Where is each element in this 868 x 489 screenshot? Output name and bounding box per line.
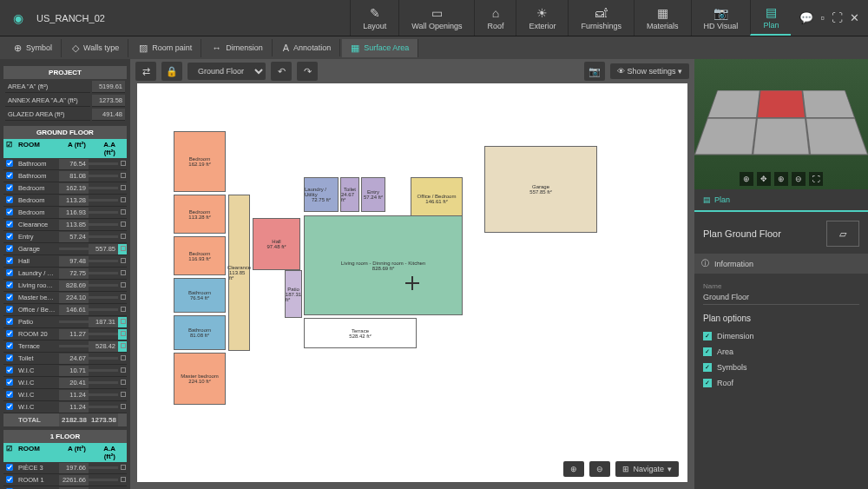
floorplan-room[interactable]: Bedroom162.19 ft² bbox=[174, 131, 226, 192]
floorplan-room[interactable]: Terrace528.42 ft² bbox=[304, 318, 417, 348]
room-checkbox[interactable] bbox=[6, 354, 13, 361]
redo-icon[interactable]: ↷ bbox=[297, 62, 318, 81]
top-tab-exterior[interactable]: ☀Exterior bbox=[516, 0, 568, 36]
room-checkbox[interactable] bbox=[6, 172, 13, 179]
room-checkbox[interactable] bbox=[6, 306, 13, 313]
name-field[interactable]: Ground Floor bbox=[703, 290, 859, 305]
room-row[interactable]: Bedroom113.28 bbox=[3, 195, 127, 207]
floorplan-room[interactable]: Living room - Dinning room - Kitchen828.… bbox=[304, 215, 463, 315]
room-row[interactable]: Bathroom81.08 bbox=[3, 170, 127, 182]
room-checkbox[interactable] bbox=[6, 184, 13, 191]
room-checkbox[interactable] bbox=[6, 476, 13, 483]
room-checkbox[interactable] bbox=[6, 367, 13, 373]
close-icon[interactable]: ✕ bbox=[850, 11, 859, 24]
floorplan-room[interactable]: Hall97.48 ft² bbox=[253, 218, 300, 270]
room-row[interactable]: W.I.C20.41 bbox=[3, 377, 127, 389]
sub-tab-dimension[interactable]: ↔Dimension bbox=[203, 39, 273, 56]
room-checkbox[interactable] bbox=[6, 233, 13, 240]
floorplan-room[interactable]: Bedroom116.93 ft² bbox=[174, 236, 226, 275]
sub-tab-walls-type[interactable]: ◇Walls type bbox=[63, 39, 128, 57]
checkbox-icon[interactable]: ✓ bbox=[703, 379, 712, 387]
sub-tab-symbol[interactable]: ⊕Symbol bbox=[5, 39, 62, 57]
room-checkbox[interactable] bbox=[6, 391, 13, 398]
sub-tab-annotation[interactable]: AAnnotation bbox=[274, 39, 340, 56]
room-checkbox[interactable] bbox=[6, 245, 13, 252]
room-row[interactable]: Living room - Dinning room - Kitchen828.… bbox=[3, 280, 127, 292]
top-tab-furnishings[interactable]: 🛋Furnishings bbox=[568, 0, 634, 36]
zoom-out-icon[interactable]: ⊖ bbox=[589, 461, 610, 477]
checkbox-icon[interactable]: ✓ bbox=[703, 347, 712, 356]
undo-icon[interactable]: ↶ bbox=[271, 62, 292, 81]
checkbox-icon[interactable]: ✓ bbox=[703, 363, 712, 372]
option-area[interactable]: ✓Area bbox=[703, 344, 859, 360]
room-checkbox[interactable] bbox=[6, 294, 13, 301]
top-tab-roof[interactable]: ⌂Roof bbox=[474, 0, 516, 36]
room-row[interactable]: W.I.C11.24 bbox=[3, 389, 127, 401]
room-row[interactable]: Laundry / Utility72.75 bbox=[3, 268, 127, 280]
room-checkbox[interactable] bbox=[6, 342, 13, 349]
room-checkbox[interactable] bbox=[6, 269, 13, 276]
room-row[interactable]: Garage557.85 bbox=[3, 243, 127, 255]
floorplan-room[interactable]: Bedroom113.28 ft² bbox=[174, 195, 226, 234]
room-row[interactable]: Bedroom162.19 bbox=[3, 182, 127, 195]
room-checkbox[interactable] bbox=[6, 208, 13, 215]
room-checkbox[interactable] bbox=[6, 281, 13, 288]
room-row[interactable]: PIÈCE 3197.66 bbox=[3, 462, 127, 474]
sub-tab-surface-area[interactable]: ▦Surface Area bbox=[342, 39, 418, 57]
preview-zoom-in-icon[interactable]: ⊕ bbox=[774, 172, 788, 186]
info-bar[interactable]: ⓘ Information bbox=[694, 254, 868, 274]
room-row[interactable]: Clearance113.85 bbox=[3, 219, 127, 231]
room-checkbox[interactable] bbox=[6, 221, 13, 228]
top-tab-wall-openings[interactable]: ▭Wall Openings bbox=[398, 0, 474, 36]
room-checkbox[interactable] bbox=[6, 257, 13, 264]
room-row[interactable]: Bathroom76.54 bbox=[3, 158, 127, 170]
room-checkbox[interactable] bbox=[6, 318, 13, 325]
preview-compass-icon[interactable]: ⊕ bbox=[740, 172, 753, 186]
sub-tab-room-paint[interactable]: ▨Room paint bbox=[130, 39, 201, 57]
room-row[interactable]: Master bedroom224.10 bbox=[3, 292, 127, 304]
floorplan-room[interactable]: Master bedroom224.10 ft² bbox=[174, 353, 226, 405]
floorplan-room[interactable]: Laundry / Utility72.75 ft² bbox=[304, 177, 339, 212]
shuffle-icon[interactable]: ⇄ bbox=[135, 62, 156, 81]
plan-thumbnail-icon[interactable]: ▱ bbox=[826, 221, 859, 247]
floorplan-room[interactable]: Entry57.24 ft² bbox=[361, 177, 385, 212]
top-tab-plan[interactable]: ▤Plan bbox=[750, 0, 791, 36]
room-row[interactable]: Office / Bedroom146.61 bbox=[3, 304, 127, 316]
room-row[interactable]: Patio187.31 bbox=[3, 316, 127, 328]
show-settings-button[interactable]: 👁 Show settings ▾ bbox=[610, 63, 689, 79]
preview-zoom-out-icon[interactable]: ⊖ bbox=[792, 172, 806, 186]
fullscreen-icon[interactable]: ⛶ bbox=[832, 11, 843, 24]
save-icon[interactable]: ▫ bbox=[820, 11, 825, 24]
brand-logo[interactable]: ◉ bbox=[7, 7, 30, 30]
room-row[interactable]: Hall97.48 bbox=[3, 255, 127, 268]
lock-icon[interactable]: 🔒 bbox=[161, 62, 182, 81]
top-tab-layout[interactable]: ✎Layout bbox=[350, 0, 398, 36]
floorplan-room[interactable]: Toilet24.67 ft² bbox=[340, 177, 359, 212]
room-row[interactable]: Bedroom116.93 bbox=[3, 207, 127, 219]
room-row[interactable]: ROOM 2011.27 bbox=[3, 328, 127, 340]
floorplan-room[interactable]: Office / Bedroom146.61 ft² bbox=[411, 177, 463, 221]
top-tab-hd-visual[interactable]: 📷HD Visual bbox=[691, 0, 751, 36]
option-symbols[interactable]: ✓Symbols bbox=[703, 360, 859, 375]
preview-3d[interactable]: ⊕ ✥ ⊕ ⊖ ⛶ bbox=[694, 59, 868, 189]
floor-select[interactable]: Ground Floor bbox=[187, 63, 266, 80]
room-checkbox[interactable] bbox=[6, 196, 13, 203]
room-checkbox[interactable] bbox=[6, 330, 13, 337]
floorplan-room[interactable]: Bathroom81.08 ft² bbox=[174, 315, 226, 350]
room-row[interactable]: Terrace528.42 bbox=[3, 340, 127, 353]
floorplan-canvas[interactable]: Bedroom162.19 ft²Bedroom113.28 ft²Bedroo… bbox=[137, 83, 687, 482]
room-row[interactable]: Entry57.24 bbox=[3, 231, 127, 243]
room-checkbox[interactable] bbox=[6, 403, 13, 410]
checkbox-icon[interactable]: ✓ bbox=[703, 332, 712, 340]
chat-icon[interactable]: 💬 bbox=[799, 11, 813, 24]
top-tab-materials[interactable]: ▦Materials bbox=[634, 0, 691, 36]
room-row[interactable]: ROOM 12261.66 bbox=[3, 474, 127, 486]
option-dimension[interactable]: ✓Dimension bbox=[703, 328, 859, 344]
option-roof[interactable]: ✓Roof bbox=[703, 375, 859, 391]
room-row[interactable]: W.I.C11.24 bbox=[3, 401, 127, 413]
camera-icon[interactable]: 📷 bbox=[584, 62, 605, 81]
floorplan-room[interactable]: Patio187.31 ft² bbox=[285, 270, 302, 318]
room-checkbox[interactable] bbox=[6, 379, 13, 386]
room-row[interactable]: W.I.C10.71 bbox=[3, 365, 127, 377]
room-checkbox[interactable] bbox=[6, 464, 13, 471]
